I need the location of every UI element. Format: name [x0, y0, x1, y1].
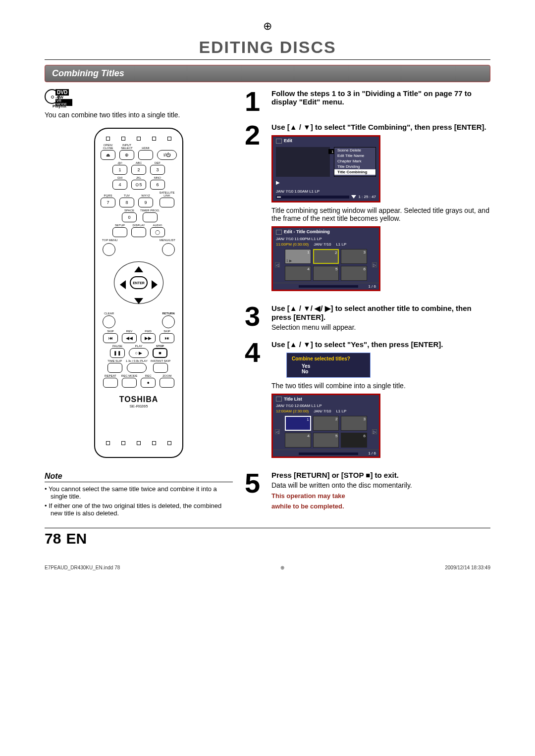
hdmi-button — [138, 150, 153, 160]
power-button: I/⏻ — [157, 150, 177, 160]
step-2-description: Title combining setting window will appe… — [271, 206, 490, 222]
edit-menu-osd: Edit 1 Scene Delete Edit Title Name Chap… — [271, 135, 380, 202]
osd-menu-list: 1 Scene Delete Edit Title Name Chapter M… — [334, 147, 376, 177]
thumbnail: 2 — [313, 416, 339, 431]
step-number: 3 — [245, 304, 264, 331]
time-slip-button — [107, 363, 122, 373]
nav-right-icon: ▷ — [372, 262, 377, 267]
note-item: You cannot select the same title twice a… — [51, 485, 233, 500]
step-1-text: Follow the steps 1 to 3 in "Dividing a T… — [271, 89, 490, 106]
osd-title: Edit - Title Combining — [273, 228, 379, 236]
rec-button: ● — [141, 378, 156, 388]
thumbnail: 11 ▶ — [285, 249, 311, 264]
key-9: 9 — [138, 198, 153, 207]
osd-title: Title List — [273, 395, 379, 403]
timer-prog-label: TIMER PROG. — [140, 209, 160, 212]
osd-menu-item-selected: Title Combining — [334, 169, 375, 175]
enter-button: ENTER — [130, 276, 148, 289]
osd-subtitle: JAN/ 7/10 11:00PM L1 LP — [273, 236, 379, 242]
return-button — [162, 315, 175, 328]
page-number: 78 — [45, 530, 61, 547]
nav-left-icon: ◁ — [275, 262, 280, 267]
step-5-description: Data will be written onto the disc momen… — [271, 481, 490, 489]
menu-list-label: MENU/LIST — [160, 239, 175, 242]
osd-progress: 1 : 25 : 47 — [273, 195, 379, 201]
dvd-rw-badge: DVD -RW VR MODE Playlist — [45, 89, 72, 107]
step-number: 2 — [245, 123, 264, 295]
intro-text: You can combine two titles into a single… — [45, 111, 233, 119]
step-number: 1 — [245, 89, 264, 114]
registration-mark-icon: ⊕ — [45, 20, 490, 33]
step-3-text: Use [▲ / ▼/ ◀/ ▶] to select another titl… — [271, 304, 490, 321]
thumbnail: 3 — [341, 249, 367, 264]
osd-title: Edit — [273, 137, 379, 145]
section-heading: Combining Titles — [45, 65, 490, 82]
thumbnail-selected: 1 — [285, 416, 311, 431]
warning-line-2: awhile to be completed. — [271, 503, 490, 510]
thumbnail: 6 — [341, 433, 367, 448]
page-language: EN — [66, 530, 87, 547]
osd-preview-area — [276, 147, 330, 177]
osd-menu-item: Title Dividing — [334, 164, 375, 169]
setup-button — [112, 227, 127, 237]
top-menu-button — [103, 243, 115, 256]
audio-button: ◯ — [150, 227, 165, 237]
key-6: 6 — [150, 180, 165, 190]
osd-menu-item: Chapter Mark — [334, 158, 375, 164]
key-7: 7 — [101, 198, 115, 207]
key-8: 8 — [119, 198, 134, 207]
open-close-label: OPEN/ CLOSE — [100, 144, 116, 150]
remote-bottom-dots — [100, 441, 177, 445]
thumbnail: 6 — [341, 266, 367, 281]
key-2: 2 — [131, 165, 146, 175]
thumbnail: 5 — [313, 266, 339, 281]
step-4-text: Use [▲ / ▼] to select "Yes", then press … — [271, 340, 490, 349]
dialog-yes: Yes — [292, 363, 365, 369]
dialog-question: Combine selected titles? — [292, 356, 365, 361]
key-3: 3 — [150, 165, 165, 175]
play-indicator-icon: ▶ — [273, 179, 379, 188]
step-4-description: The two titles will combine into a singl… — [271, 382, 490, 390]
input-select-button: ⊕ — [119, 150, 134, 160]
key-1: 1 — [112, 165, 127, 175]
thumbnail-selected: 2 — [313, 249, 339, 264]
fast-forward-button: ▶▶ — [141, 333, 156, 343]
remote-control-illustration: OPEN/ CLOSE⏏ INPUT SELECT⊕ HDMI I/⏻ .@/:… — [94, 128, 183, 458]
key-4: 4 — [112, 180, 127, 190]
direction-pad: ENTER — [109, 259, 168, 309]
satellite-link-label: SATELLITE LINK — [157, 191, 177, 197]
title-list-osd: Title List JAN/ 7/10 12:00AM L1 LP 12:00… — [271, 394, 380, 458]
thumbnail: 5 — [313, 433, 339, 448]
satellite-link-button — [160, 198, 174, 207]
rec-mode-button — [122, 378, 137, 388]
step-number: 4 — [245, 340, 264, 462]
thumbnail: 4 — [285, 433, 311, 448]
clear-button — [103, 315, 115, 328]
repeat-button — [103, 378, 118, 388]
note-item: If either one of the two original titles… — [51, 502, 233, 517]
nav-right-icon: ▷ — [372, 429, 377, 434]
warning-line-1: This operation may take — [271, 492, 490, 500]
speed-play-button — [127, 363, 147, 373]
page-title: EDITING DISCS — [45, 38, 490, 60]
nav-left-icon: ◁ — [275, 429, 280, 434]
step-3-description: Selection menu will appear. — [271, 323, 490, 331]
model-label: SE-R0265 — [100, 404, 177, 408]
hdmi-label: HDMI — [142, 147, 149, 150]
pause-button: ❚❚ — [110, 348, 125, 358]
rewind-button: ◀◀ — [122, 333, 137, 343]
page-indicator: 1 / 6 — [368, 451, 376, 455]
dialog-no: No — [292, 369, 365, 374]
timer-prog-button — [143, 212, 158, 222]
stop-button: ■ — [153, 348, 167, 358]
play-button: ○ ▶ — [129, 348, 149, 358]
dvd-playlist-label: Playlist — [53, 104, 66, 108]
remote-top-dots — [100, 137, 177, 141]
input-select-label: INPUT SELECT — [119, 144, 135, 150]
page-indicator: 1 / 6 — [368, 284, 376, 289]
osd-menu-item: Scene Delete — [334, 148, 375, 153]
skip-prev-button: ⏮ — [103, 333, 118, 343]
zoom-button — [160, 378, 174, 388]
footer-timestamp: 2009/12/14 18:33:49 — [445, 565, 490, 570]
step-2-text: Use [▲ / ▼] to select "Title Combining",… — [271, 123, 490, 131]
